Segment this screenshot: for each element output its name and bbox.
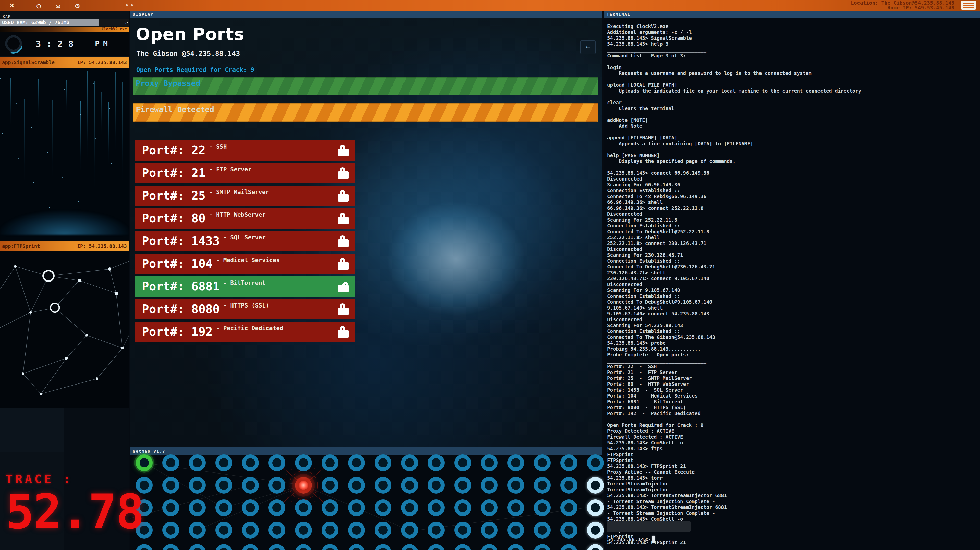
- netmap-node[interactable]: [321, 499, 339, 516]
- mail-icon[interactable]: ✉: [52, 1, 64, 11]
- netmap-node[interactable]: [215, 522, 232, 539]
- netmap-node[interactable]: [189, 477, 206, 494]
- netmap-highlighted-node[interactable]: [587, 522, 604, 539]
- netmap-node[interactable]: [481, 522, 498, 539]
- netmap-node[interactable]: [295, 522, 312, 539]
- ram-expand-arrow[interactable]: >: [125, 19, 128, 26]
- netmap-node[interactable]: [560, 454, 577, 471]
- netmap-node[interactable]: [215, 477, 232, 494]
- port-row[interactable]: Port#: 25- SMTP MailServer: [135, 185, 355, 206]
- netmap-node[interactable]: [321, 454, 339, 471]
- netmap-node[interactable]: [189, 499, 206, 516]
- netmap-node[interactable]: [560, 522, 577, 539]
- netmap-node[interactable]: [428, 454, 445, 471]
- netmap-node[interactable]: [428, 499, 445, 516]
- netmap-node[interactable]: [189, 454, 206, 471]
- netmap-node[interactable]: [508, 499, 524, 516]
- netmap-node[interactable]: [481, 454, 498, 471]
- netmap-node[interactable]: [454, 522, 471, 539]
- netmap-node[interactable]: [162, 477, 179, 494]
- netmap-node[interactable]: [348, 454, 365, 471]
- netmap-node[interactable]: [215, 499, 232, 516]
- terminal-prompt-bar[interactable]: 54.235.88.143>: [607, 536, 655, 543]
- netmap-node[interactable]: [321, 522, 339, 539]
- netmap-node[interactable]: [560, 477, 577, 494]
- terminal-line: - Torrent Stream Injection Complete -: [607, 510, 977, 516]
- netmap-node[interactable]: [481, 477, 498, 494]
- close-icon[interactable]: ×: [6, 0, 18, 10]
- netmap-home-node[interactable]: [136, 454, 153, 471]
- netmap-node[interactable]: [560, 499, 577, 516]
- netmap-highlighted-node[interactable]: [587, 477, 604, 494]
- netmap-node[interactable]: [162, 499, 179, 516]
- port-row[interactable]: Port#: 8080- HTTPS (SSL): [135, 299, 355, 320]
- port-row[interactable]: Port#: 21- FTP Server: [135, 163, 355, 183]
- netmap-node[interactable]: [348, 477, 365, 494]
- netmap-node[interactable]: [375, 477, 391, 494]
- netmap-node[interactable]: [508, 522, 524, 539]
- netmap-node[interactable]: [534, 522, 551, 539]
- netmap-node[interactable]: [454, 454, 471, 471]
- netmap-grid: [130, 455, 602, 550]
- terminal-line: Connection Established ::: [607, 293, 977, 299]
- netmap-node[interactable]: [162, 454, 179, 471]
- netmap-node[interactable]: [454, 477, 471, 494]
- netmap-node[interactable]: [242, 454, 259, 471]
- port-row[interactable]: Port#: 192- Pacific Dedicated: [135, 322, 355, 342]
- netmap-node[interactable]: [587, 454, 604, 471]
- netmap-node[interactable]: [269, 454, 285, 471]
- netmap-node[interactable]: [375, 522, 391, 539]
- netmap-node[interactable]: [508, 477, 524, 494]
- netmap-node[interactable]: [508, 454, 524, 471]
- port-row[interactable]: Port#: 22- SSH: [135, 140, 355, 161]
- netmap-node[interactable]: [215, 454, 232, 471]
- netmap-node[interactable]: [348, 499, 365, 516]
- port-row[interactable]: Port#: 6881- BitTorrent: [135, 276, 355, 297]
- port-row[interactable]: Port#: 1433- SQL Server: [135, 231, 355, 251]
- port-number: Port#: 104: [142, 254, 213, 274]
- app1-title: app:SignalScramble: [2, 57, 55, 68]
- netmap-node[interactable]: [401, 454, 418, 471]
- netmap-node[interactable]: [295, 454, 312, 471]
- netmap-compromised-node[interactable]: [295, 477, 312, 494]
- netmap-node[interactable]: [375, 454, 391, 471]
- netmap-node[interactable]: [534, 454, 551, 471]
- netmap-node[interactable]: [321, 477, 339, 494]
- netmap-node[interactable]: [454, 499, 471, 516]
- netmap-node[interactable]: [401, 477, 418, 494]
- app1-ip: IP: 54.235.88.143: [77, 57, 127, 68]
- netmap-node[interactable]: [242, 499, 259, 516]
- clock-app: 3:28 PM: [0, 32, 129, 56]
- netmap-node[interactable]: [269, 522, 285, 539]
- gear-icon[interactable]: ⚙: [72, 0, 83, 11]
- irc-chat-icon[interactable]: [961, 1, 977, 10]
- netmap-node[interactable]: [534, 499, 551, 516]
- netmap-node[interactable]: [348, 522, 365, 539]
- netmap-node[interactable]: [189, 522, 206, 539]
- netmap-node[interactable]: [481, 499, 498, 516]
- netmap-highlighted-node[interactable]: [587, 499, 604, 516]
- netmap-node[interactable]: [269, 499, 285, 516]
- netmap-node[interactable]: [428, 522, 445, 539]
- power-icon[interactable]: ○: [33, 1, 45, 11]
- netmap-node[interactable]: [242, 477, 259, 494]
- netmap-node[interactable]: [162, 522, 179, 539]
- signal-streak: [73, 90, 73, 141]
- terminal-line: 252.22.11.8> shell: [607, 235, 977, 241]
- netmap-node[interactable]: [534, 477, 551, 494]
- port-service: - HTTPS (SSL): [223, 302, 269, 309]
- port-row[interactable]: Port#: 104- Medical Services: [135, 254, 355, 274]
- netmap-node[interactable]: [401, 522, 418, 539]
- netmap-node[interactable]: [428, 477, 445, 494]
- netmap-node[interactable]: [269, 477, 285, 494]
- netmap-node[interactable]: [401, 499, 418, 516]
- app2-title: app:FTPSprint: [2, 241, 40, 251]
- terminal-line: 230.126.43.71> shell: [607, 270, 977, 276]
- netmap-node[interactable]: [295, 499, 312, 516]
- display-back-button[interactable]: ←: [580, 40, 596, 54]
- port-row[interactable]: Port#: 80- HTTP WebServer: [135, 208, 355, 229]
- display-panel: DISPLAY Open Ports The Gibson @54.235.88…: [130, 11, 602, 550]
- netmap-node[interactable]: [242, 522, 259, 539]
- netmap-node[interactable]: [375, 499, 391, 516]
- terminal-line: Connection Established ::: [607, 328, 977, 334]
